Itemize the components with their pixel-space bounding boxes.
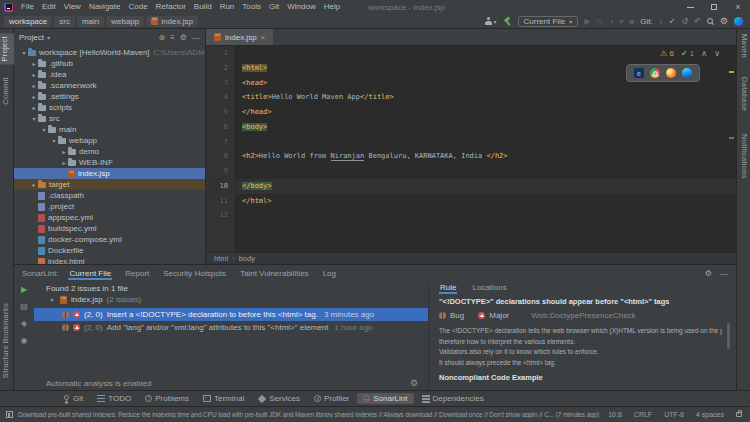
firefox-browser-icon[interactable] (666, 68, 676, 78)
menu-item-file[interactable]: File (17, 0, 38, 14)
run-button[interactable]: ▶ (584, 17, 590, 26)
menu-item-git[interactable]: Git (265, 0, 283, 14)
line-number[interactable]: 10 (206, 179, 233, 194)
tool-window-toggle-icon[interactable] (6, 411, 13, 418)
code-line[interactable]: </body> (235, 179, 736, 194)
tab-log[interactable]: Log (322, 267, 337, 280)
tree-item-index.html[interactable]: index.html (14, 256, 205, 264)
line-number[interactable]: 6 (206, 120, 233, 135)
breadcrumb-html[interactable]: html (214, 254, 228, 263)
line-number[interactable]: 5 (206, 105, 233, 120)
chevron-right-icon[interactable]: ▸ (30, 104, 38, 111)
tree-item-appspec.yml[interactable]: appspec.yml (14, 212, 205, 223)
line-number[interactable]: 8 (206, 149, 233, 164)
sidebar-item-bookmarks[interactable]: Bookmarks (1, 303, 10, 343)
chevron-right-icon[interactable]: ▸ (30, 82, 38, 89)
stop-button[interactable]: ■ (630, 17, 635, 26)
tree-item-.scannerwork[interactable]: ▸.scannerwork (14, 80, 205, 91)
edge-browser-icon[interactable] (682, 68, 692, 78)
code-line[interactable]: <h2>Hello World from Niranjan Bengaluru,… (235, 149, 736, 164)
tree-item-main[interactable]: ▾main (14, 124, 205, 135)
menu-item-window[interactable]: Window (283, 0, 319, 14)
tree-item-scripts[interactable]: ▸scripts (14, 102, 205, 113)
chevron-down-icon[interactable]: ▾ (620, 17, 624, 26)
help-icon[interactable]: ◉ (21, 336, 28, 345)
menu-item-view[interactable]: View (60, 0, 85, 14)
chevron-right-icon[interactable]: ▸ (30, 71, 38, 78)
menu-item-tools[interactable]: Tools (238, 0, 265, 14)
menu-item-refactor[interactable]: Refactor (152, 0, 190, 14)
menu-item-edit[interactable]: Edit (38, 0, 60, 14)
chevron-right-icon[interactable]: ▸ (30, 93, 38, 100)
sidebar-item-structure[interactable]: Structure (1, 345, 10, 378)
code-line[interactable]: </html> (235, 194, 736, 209)
close-button[interactable]: × (726, 0, 750, 14)
toolwindow-button-sonarlint[interactable]: SonarLint (357, 393, 413, 404)
settings-gear-icon[interactable]: ⚙ (720, 17, 728, 26)
status-4-spaces[interactable]: 4 spaces (696, 411, 724, 418)
breadcrumb-item-src[interactable]: src (54, 16, 75, 27)
tree-item-.github[interactable]: ▸.github (14, 58, 205, 69)
chevron-right-icon[interactable]: ▸ (60, 159, 68, 166)
prev-issue-icon[interactable]: ∧ (701, 49, 707, 58)
tree-item-.classpath[interactable]: .classpath (14, 190, 205, 201)
hide-panel-icon[interactable]: — (720, 269, 728, 278)
chrome-browser-icon[interactable] (650, 68, 660, 78)
tab-rule[interactable]: Rule (439, 281, 457, 294)
chevron-down-icon[interactable]: ▾ (50, 137, 58, 144)
issue-row[interactable]: (2, 0)Add "lang" and/or "xml:lang" attri… (34, 321, 428, 334)
tree-item-buildspec.yml[interactable]: buildspec.yml (14, 223, 205, 234)
filter-icon[interactable]: ◈ (21, 319, 27, 328)
history-icon[interactable]: ↺ (682, 17, 689, 26)
tab-security-hotspots[interactable]: Security Hotspots (162, 267, 227, 280)
line-number[interactable]: 9 (206, 164, 233, 179)
tree-item-webapp[interactable]: ▾webapp (14, 135, 205, 146)
report-icon[interactable]: ▤ (20, 302, 28, 311)
tree-item-demo[interactable]: ▸demo (14, 146, 205, 157)
line-number[interactable]: 1 (206, 46, 233, 61)
line-number[interactable]: 11 (206, 194, 233, 209)
analysis-settings-icon[interactable]: ⚙ (410, 378, 418, 388)
maximize-button[interactable] (702, 0, 726, 14)
expand-all-icon[interactable]: ≡ (170, 33, 175, 42)
menu-item-navigate[interactable]: Navigate (85, 0, 125, 14)
issues-file-row[interactable]: ▾ index.jsp (2 issues) (48, 295, 141, 304)
issue-row[interactable]: (2, 0)Insert a <!DOCTYPE> declaration to… (34, 308, 428, 321)
code-line[interactable] (235, 164, 736, 179)
lock-icon[interactable] (736, 412, 742, 417)
sidebar-item-commit[interactable]: Commit (1, 77, 10, 105)
status-crlf[interactable]: CRLF (634, 411, 652, 418)
passed-indicator[interactable]: ✔ 1 (681, 49, 694, 58)
debug-button[interactable]: ◇ (597, 17, 603, 26)
warning-stripe-mark[interactable] (729, 71, 734, 73)
minimize-button[interactable] (678, 0, 702, 14)
settings-gear-icon[interactable]: ⚙ (705, 269, 712, 278)
ide-gradient-icon[interactable] (734, 17, 743, 26)
breadcrumb-item-workspace[interactable]: workspace (4, 16, 52, 27)
toolwindow-button-profiler[interactable]: Profiler (308, 393, 355, 404)
chevron-down-icon[interactable]: ▾ (40, 126, 48, 133)
chevron-down-icon[interactable]: ▾ (20, 49, 28, 56)
locate-file-icon[interactable]: ⊕ (158, 33, 165, 42)
close-icon[interactable]: × (261, 33, 266, 42)
project-panel-title[interactable]: Project (19, 33, 44, 42)
toolwindow-button-todo[interactable]: TODO (91, 393, 137, 404)
tree-item-.project[interactable]: .project (14, 201, 205, 212)
tab-report[interactable]: Report (124, 267, 150, 280)
hide-panel-icon[interactable]: — (192, 33, 200, 42)
breadcrumb-body[interactable]: body (239, 254, 255, 263)
tab-current-file[interactable]: Current File (68, 267, 112, 280)
tree-item-src[interactable]: ▾src (14, 113, 205, 124)
line-number[interactable]: 4 (206, 90, 233, 105)
toolwindow-button-services[interactable]: Services (252, 393, 306, 404)
scrollbar[interactable] (727, 323, 730, 349)
sidebar-item-maven[interactable]: Maven (740, 34, 749, 58)
code-line[interactable]: </head> (235, 105, 736, 120)
toolwindow-button-problems[interactable]: Problems (139, 393, 195, 404)
line-number[interactable]: 12 (206, 208, 233, 223)
menu-item-code[interactable]: Code (124, 0, 151, 14)
menu-item-run[interactable]: Run (216, 0, 239, 14)
sidebar-item-project[interactable]: Project (0, 33, 14, 64)
tree-item-web-inf[interactable]: ▸WEB-INF (14, 157, 205, 168)
breadcrumb-item-main[interactable]: main (77, 16, 104, 27)
